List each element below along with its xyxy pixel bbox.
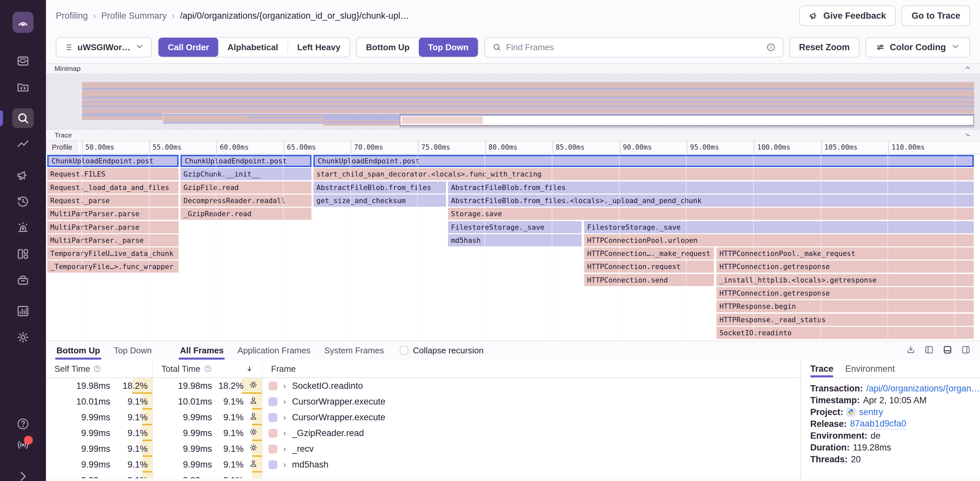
segment-option-top-down[interactable]: Top Down — [419, 38, 478, 57]
flame-frame[interactable]: HTTPResponse._read_status — [716, 314, 974, 326]
expand-chevron-icon[interactable]: › — [283, 381, 286, 391]
field-value[interactable]: /api/0/organizations/{organ… — [866, 384, 980, 394]
flame-frame[interactable]: GzipChunk.__init__ — [180, 168, 312, 180]
flame-frame[interactable]: AbstractFileBlob.from_files.<locals>._up… — [448, 195, 974, 207]
chevron-up-icon[interactable] — [964, 64, 972, 73]
collapse-recursion-toggle[interactable]: Collapse recursion — [400, 341, 484, 360]
flame-frame[interactable]: HTTPConnectionPool.urlopen — [584, 234, 974, 246]
details-tab-environment[interactable]: Environment — [845, 360, 895, 377]
tab-all-frames[interactable]: All Frames — [178, 341, 225, 360]
flame-frame[interactable]: FilestoreStorage._save — [448, 221, 582, 233]
download-icon[interactable] — [906, 345, 916, 356]
flame-frame[interactable]: _TemporaryFile…>.func_wrapper — [47, 260, 178, 273]
flame-frame[interactable]: HTTPResponse.begin — [716, 300, 974, 312]
table-row[interactable]: 9.99ms9.1%9.99ms9.1%›_recv — [46, 441, 800, 457]
layout-bottom-icon[interactable] — [943, 345, 953, 356]
flame-frame[interactable]: FilestoreStorage._save — [584, 221, 974, 233]
flame-frame[interactable]: GzipFile.read — [180, 181, 312, 194]
feedback-megaphone-icon[interactable] — [12, 165, 34, 185]
broadcast-icon[interactable] — [16, 438, 30, 453]
flame-frame[interactable]: HTTPConnection…._make_request — [584, 248, 714, 260]
field-value[interactable]: sentry — [859, 407, 883, 418]
flamegraph[interactable]: ChunkUploadEndpoint.postChunkUploadEndpo… — [46, 154, 980, 341]
alerts-siren-icon[interactable] — [12, 218, 34, 238]
sentry-logo[interactable] — [13, 12, 33, 33]
expand-chevron-icon[interactable] — [16, 470, 30, 481]
flame-frame[interactable]: Request._load_data_and_files — [47, 181, 178, 194]
flame-frame[interactable]: HTTPConnectionPool._make_request — [716, 248, 974, 260]
layout-right-icon[interactable] — [961, 345, 971, 356]
expand-chevron-icon[interactable]: › — [283, 397, 286, 407]
flame-frame[interactable]: _GzipReader.read — [180, 208, 312, 220]
tab-application-frames[interactable]: Application Frames — [236, 341, 312, 360]
expand-chevron-icon[interactable]: › — [283, 413, 286, 422]
flame-frame[interactable]: HTTPConnection.request — [584, 260, 714, 273]
flame-frame[interactable]: Storage.save — [448, 208, 974, 220]
self-time-column-header[interactable]: Self Time — [46, 360, 153, 377]
collapse-recursion-checkbox[interactable] — [400, 346, 408, 355]
table-row[interactable]: 19.98ms18.2%19.98ms18.2%›SocketIO.readin… — [46, 378, 800, 394]
flame-frame[interactable]: md5hash — [448, 234, 582, 246]
flame-frame[interactable]: MultiPartParser._parse — [47, 234, 178, 246]
total-time-column-header[interactable]: Total Time — [153, 360, 262, 377]
flame-frame[interactable]: MultiPartParser.parse — [47, 208, 178, 220]
tab-system-frames[interactable]: System Frames — [323, 341, 385, 360]
chevron-down-icon[interactable] — [964, 131, 972, 140]
minimap-viewport[interactable] — [400, 114, 974, 125]
flame-frame[interactable]: AbstractFileBlob.from_files — [313, 181, 446, 194]
flame-frame[interactable]: HTTPConnection.send — [584, 274, 714, 286]
segment-option-call-order[interactable]: Call Order — [159, 38, 218, 57]
layout-left-icon[interactable] — [924, 345, 934, 356]
expand-chevron-icon[interactable]: › — [283, 444, 286, 454]
flame-frame[interactable]: DecompressReader.readall — [180, 195, 312, 207]
color-coding-dropdown[interactable]: Color Coding — [865, 37, 970, 57]
releases-icon[interactable] — [12, 270, 34, 290]
flame-frame[interactable]: Request.FILES — [47, 168, 178, 180]
flame-frame[interactable]: ChunkUploadEndpoint.post — [180, 155, 312, 167]
flame-frame[interactable]: ChunkUploadEndpoint.post — [47, 155, 178, 167]
dashboards-icon[interactable] — [12, 244, 34, 264]
flame-frame[interactable]: SocketIO.readinto — [716, 327, 974, 339]
flame-frame[interactable]: MultiPartParser.parse — [47, 221, 178, 233]
flame-frame[interactable]: AbstractFileBlob.from_files — [448, 181, 974, 194]
expand-chevron-icon[interactable]: › — [283, 428, 286, 438]
tab-bottom-up[interactable]: Bottom Up — [55, 341, 102, 360]
give-feedback-button[interactable]: Give Feedback — [799, 6, 896, 26]
tab-top-down[interactable]: Top Down — [113, 341, 153, 360]
thread-selector-dropdown[interactable]: uWSGIWor… — [56, 37, 152, 57]
table-row[interactable]: 9.99ms9.1%9.99ms9.1%›CursorWrapper.execu… — [46, 410, 800, 425]
segment-option-left-heavy[interactable]: Left Heavy — [288, 38, 350, 57]
settings-gear-icon[interactable] — [12, 327, 34, 347]
flame-frame[interactable]: start_child_span_decorator.<locals>.func… — [313, 168, 974, 180]
trace-header[interactable]: Trace — [46, 130, 980, 141]
frame-column-header[interactable]: Frame — [262, 360, 800, 377]
flame-frame[interactable]: HTTPConnection.getresponse — [716, 260, 974, 273]
minimap-header[interactable]: Minimap — [46, 63, 980, 74]
flame-frame[interactable]: Request._parse — [47, 195, 178, 207]
help-icon[interactable] — [16, 418, 30, 432]
help-circle-icon[interactable] — [204, 365, 212, 373]
table-row[interactable]: 9.99ms9.1%9.99ms9.1%›md5hash — [46, 457, 800, 473]
projects-icon[interactable] — [12, 78, 34, 97]
expand-chevron-icon[interactable]: › — [283, 460, 286, 470]
insights-icon[interactable] — [12, 135, 34, 154]
flame-frame[interactable]: ChunkUploadEndpoint.post — [313, 155, 974, 167]
segment-option-bottom-up[interactable]: Bottom Up — [357, 38, 419, 57]
stats-icon[interactable] — [12, 301, 34, 321]
flame-frame[interactable]: TemporaryFileU…ive_data_chunk — [47, 248, 178, 260]
explore-search-icon[interactable] — [12, 108, 34, 128]
table-row[interactable]: 9.99ms9.1%9.99ms9.1%›_GzipReader.read — [46, 425, 800, 441]
table-row[interactable]: 9.99ms9.1%9.99ms9.1% — [46, 473, 800, 478]
info-icon[interactable] — [766, 43, 776, 52]
breadcrumb-item[interactable]: Profiling — [56, 11, 88, 21]
minimap-canvas[interactable] — [46, 74, 980, 130]
issues-icon[interactable] — [12, 51, 34, 71]
flame-frame[interactable]: HTTPConnection.getresponse — [716, 287, 974, 299]
segment-option-alphabetical[interactable]: Alphabetical — [218, 38, 288, 57]
field-value[interactable]: 87aab1d9cfa0 — [850, 419, 906, 430]
flame-frame[interactable]: get_size_and_checksum — [313, 195, 446, 207]
flame-frame[interactable]: _install_httplib.<locals>.getresponse — [716, 274, 974, 286]
breadcrumb-item[interactable]: Profile Summary — [101, 11, 167, 21]
find-frames-search[interactable] — [484, 37, 783, 57]
replays-clock-icon[interactable] — [12, 192, 34, 211]
